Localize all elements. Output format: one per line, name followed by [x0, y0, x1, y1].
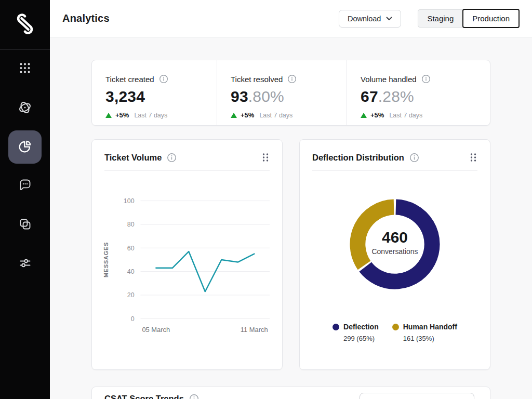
- info-icon[interactable]: [287, 74, 297, 84]
- orbit-icon: [18, 100, 32, 117]
- legend-item-deflection: Deflection 299 (65%): [332, 323, 379, 342]
- environment-toggle: Staging Production: [418, 9, 520, 28]
- trend-period: Last 7 days: [259, 112, 292, 119]
- divider: [312, 170, 477, 171]
- apps-grid-icon: [18, 61, 32, 77]
- chevron-down-icon: [386, 17, 392, 21]
- trend-value: +5%: [241, 111, 254, 119]
- chat-icon: [18, 178, 32, 194]
- card-title: CSAT Score Trends: [104, 394, 184, 399]
- trend-up-icon: [361, 113, 367, 118]
- card-title: Deflection Distribution: [312, 153, 404, 163]
- legend-item-human-handoff: Human Handoff 161 (35%): [392, 323, 457, 342]
- legend-dot-human-handoff: [392, 324, 399, 330]
- stat-label: Volume handled: [361, 75, 417, 84]
- stat-value: 67.28%: [361, 88, 490, 105]
- logo-icon: [11, 10, 38, 39]
- svg-text:0: 0: [131, 315, 135, 323]
- info-icon[interactable]: [189, 394, 199, 399]
- stat-value: 3,234: [105, 88, 217, 105]
- svg-text:80: 80: [127, 221, 135, 228]
- svg-text:Conversations: Conversations: [372, 247, 418, 256]
- ticket-volume-card: Ticket Volume 020406080100MESSAGES05 Mar…: [91, 139, 283, 370]
- download-button[interactable]: Download: [339, 10, 402, 28]
- stat-label: Ticket created: [105, 75, 154, 84]
- legend-value: 299 (65%): [343, 335, 379, 342]
- sidebar-item-analytics[interactable]: [8, 130, 42, 164]
- drag-handle-icon[interactable]: [469, 152, 477, 163]
- page-title: Analytics: [62, 12, 110, 24]
- stat-ticket-resolved: Ticket resolved 93.80% +5% Last 7 days: [217, 60, 347, 125]
- info-icon[interactable]: [421, 74, 431, 84]
- divider: [104, 170, 270, 171]
- main-content: Ticket created 3,234 +5% Last 7 days Tic…: [50, 37, 532, 399]
- trend-value: +5%: [115, 111, 129, 119]
- donut-legend: Deflection 299 (65%) Human Handoff 161 (…: [300, 323, 490, 342]
- legend-label: Deflection: [343, 323, 379, 331]
- drag-handle-icon[interactable]: [261, 152, 270, 163]
- sidebar-item-workspaces[interactable]: [17, 217, 33, 233]
- trend-up-icon: [231, 113, 237, 118]
- legend-dot-deflection: [332, 324, 339, 330]
- svg-text:11 March: 11 March: [241, 326, 268, 334]
- sidebar-item-apps[interactable]: [17, 61, 33, 77]
- ticket-volume-chart: 020406080100MESSAGES05 March11 March: [92, 140, 282, 369]
- trend-value: +5%: [370, 111, 384, 119]
- deflection-distribution-card: Deflection Distribution 460Conversations…: [299, 139, 490, 370]
- csat-score-trends-card: CSAT Score Trends Last 7 Days - Default: [91, 387, 490, 399]
- layers-icon: [18, 217, 32, 233]
- card-title: Ticket Volume: [104, 153, 162, 163]
- kpi-summary-card: Ticket created 3,234 +5% Last 7 days Tic…: [91, 60, 490, 126]
- trend-up-icon: [105, 113, 112, 118]
- header-controls: Download Staging Production: [339, 9, 520, 28]
- stat-label: Ticket resolved: [231, 75, 283, 84]
- info-icon[interactable]: [167, 153, 177, 163]
- production-button[interactable]: Production: [462, 9, 520, 28]
- trend-period: Last 7 days: [389, 112, 422, 119]
- staging-button[interactable]: Staging: [418, 9, 463, 28]
- svg-text:60: 60: [127, 245, 135, 252]
- svg-text:100: 100: [124, 197, 135, 205]
- svg-text:MESSAGES: MESSAGES: [103, 242, 109, 277]
- sliders-icon: [18, 256, 32, 272]
- legend-value: 161 (35%): [403, 335, 457, 342]
- stat-value: 93.80%: [231, 88, 347, 105]
- sidebar-item-ai[interactable]: [17, 100, 33, 117]
- sidebar: [0, 0, 50, 399]
- stat-ticket-created: Ticket created 3,234 +5% Last 7 days: [92, 60, 217, 125]
- legend-label: Human Handoff: [403, 323, 457, 331]
- svg-text:20: 20: [127, 291, 135, 299]
- download-button-label: Download: [348, 15, 381, 23]
- info-icon[interactable]: [159, 74, 168, 84]
- sidebar-item-conversations[interactable]: [17, 177, 33, 194]
- svg-text:40: 40: [127, 268, 135, 275]
- stat-volume-handled: Volume handled 67.28% +5% Last 7 days: [347, 60, 490, 125]
- sidebar-item-settings[interactable]: [17, 256, 33, 272]
- top-bar: Analytics Download Staging Production: [50, 0, 532, 37]
- pie-chart-icon: [18, 139, 32, 155]
- svg-text:05 March: 05 March: [142, 326, 170, 334]
- trend-period: Last 7 days: [134, 112, 167, 119]
- svg-text:460: 460: [382, 229, 408, 246]
- app-logo[interactable]: [0, 0, 50, 50]
- info-icon[interactable]: [409, 153, 419, 163]
